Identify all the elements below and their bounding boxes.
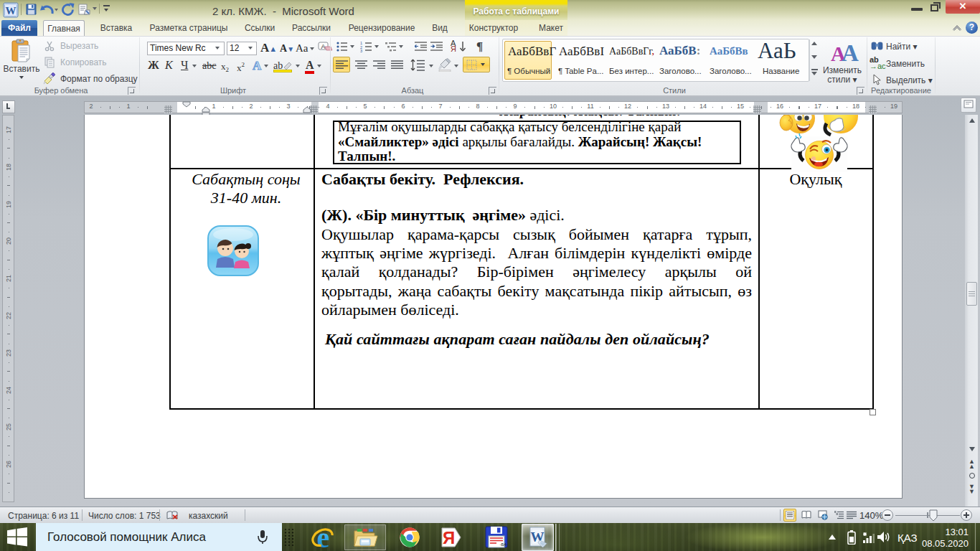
svg-text:Я: Я xyxy=(443,528,455,547)
svg-text:-Б4-: -Б4- xyxy=(500,542,508,547)
svg-text:3: 3 xyxy=(360,49,362,52)
svg-text:A: A xyxy=(321,43,325,50)
